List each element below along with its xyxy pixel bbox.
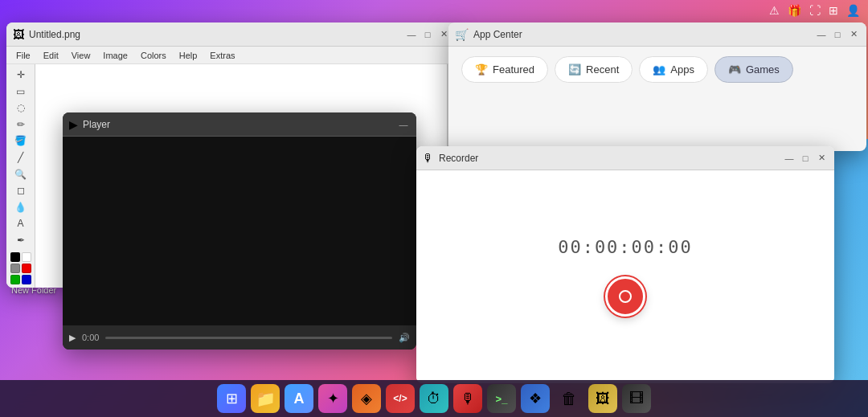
- recorder-titlebar: 🎙 Recorder — □ ✕: [416, 146, 834, 170]
- appcenter-window: 🛒 App Center — □ ✕ 🏆 Featured 🔄 Recent 👥…: [448, 22, 866, 151]
- tool-line[interactable]: ╱: [10, 150, 32, 166]
- record-button-inner: [619, 290, 632, 303]
- player-volume-icon[interactable]: 🔊: [399, 333, 410, 343]
- taskbar-icon-film[interactable]: 🎞: [622, 384, 651, 413]
- recorder-maximize-button[interactable]: □: [799, 152, 812, 165]
- tool-rect[interactable]: ▭: [10, 84, 32, 100]
- paint-menu-edit[interactable]: Edit: [37, 49, 65, 62]
- tool-zoom[interactable]: 🔍: [10, 166, 32, 182]
- featured-icon: 🏆: [475, 63, 488, 76]
- recorder-close-button[interactable]: ✕: [815, 152, 828, 165]
- swatch-gray[interactable]: [10, 264, 20, 273]
- color-palette: [10, 252, 31, 284]
- paint-maximize-button[interactable]: □: [421, 28, 434, 41]
- appcenter-window-title: App Center: [473, 29, 810, 40]
- player-window: ▶ Player — ▶ 0:00 🔊: [63, 112, 416, 350]
- apps-icon: 👥: [653, 63, 665, 76]
- player-window-icon: ▶: [69, 118, 78, 131]
- paint-minimize-button[interactable]: —: [405, 28, 418, 41]
- tab-featured-label: Featured: [493, 63, 534, 76]
- appcenter-window-icon: 🛒: [455, 28, 469, 41]
- tool-ellipse[interactable]: ◌: [10, 100, 32, 116]
- paint-window-icon: 🖼: [13, 28, 24, 41]
- taskbar-icon-microphone[interactable]: 🎙: [453, 384, 482, 413]
- games-icon: 🎮: [728, 63, 741, 76]
- warning-tray-icon[interactable]: ⚠: [769, 4, 780, 17]
- tab-recent-label: Recent: [586, 63, 619, 76]
- tab-apps[interactable]: 👥 Apps: [639, 56, 708, 83]
- record-button[interactable]: [605, 276, 645, 317]
- appcenter-window-controls: — □ ✕: [815, 28, 860, 41]
- tab-games-label: Games: [746, 63, 780, 76]
- taskbar-icon-code[interactable]: </>: [386, 384, 415, 413]
- tool-brush[interactable]: ✒: [10, 232, 32, 247]
- tab-games[interactable]: 🎮 Games: [714, 56, 793, 83]
- gift-tray-icon[interactable]: 🎁: [788, 4, 801, 17]
- recorder-window: 🎙 Recorder — □ ✕ 00:00:00:00: [416, 146, 834, 383]
- player-progress-bar[interactable]: [105, 337, 392, 339]
- player-play-button[interactable]: ▶: [69, 333, 76, 343]
- user-tray-icon[interactable]: 👤: [846, 4, 860, 17]
- tab-apps-label: Apps: [670, 63, 694, 76]
- tool-text[interactable]: A: [10, 216, 32, 231]
- appcenter-titlebar: 🛒 App Center — □ ✕: [448, 22, 866, 47]
- player-minimize-button[interactable]: —: [397, 118, 410, 131]
- swatch-black[interactable]: [10, 252, 20, 262]
- recorder-window-icon: 🎙: [423, 152, 434, 165]
- paint-menu-image[interactable]: Image: [96, 49, 134, 62]
- desktop: ⚠ 🎁 ⛶ ⊞ 👤 📁 New Folder 🖼 Untitled.png — …: [0, 0, 868, 417]
- paint-menu-colors[interactable]: Colors: [134, 49, 173, 62]
- recorder-minimize-button[interactable]: —: [783, 152, 796, 165]
- appcenter-maximize-button[interactable]: □: [831, 28, 844, 41]
- player-time: 0:00: [82, 333, 99, 342]
- paint-menu-extras[interactable]: Extras: [203, 49, 241, 62]
- taskbar-icon-design[interactable]: ✦: [318, 384, 347, 413]
- system-tray: ⚠ 🎁 ⛶ ⊞ 👤: [0, 0, 868, 21]
- apps-tray-icon[interactable]: ⊞: [829, 4, 838, 17]
- tool-select[interactable]: ✛: [10, 67, 32, 83]
- taskbar-icon-gallery[interactable]: 🖼: [588, 384, 617, 413]
- recorder-body: 00:00:00:00: [416, 170, 834, 383]
- paint-menu-bar: File Edit View Image Colors Help Extras: [6, 47, 457, 64]
- paint-menu-file[interactable]: File: [10, 49, 37, 62]
- taskbar-icon-folder[interactable]: 📁: [251, 384, 280, 413]
- recorder-window-controls: — □ ✕: [783, 152, 828, 165]
- taskbar-icon-timeshift[interactable]: ⏱: [420, 384, 448, 413]
- tool-pencil[interactable]: ✏: [10, 117, 32, 133]
- swatch-blue[interactable]: [22, 275, 31, 284]
- recent-icon: 🔄: [568, 63, 581, 76]
- taskbar: ⊞ 📁 A ✦ ◈ </> ⏱ 🎙 >_ ❖ 🗑 🖼 🎞: [0, 380, 868, 417]
- appcenter-close-button[interactable]: ✕: [847, 28, 860, 41]
- paint-window-controls: — □ ✕: [405, 28, 450, 41]
- swatch-green[interactable]: [10, 275, 20, 284]
- swatch-red[interactable]: [22, 264, 31, 273]
- tool-fill[interactable]: 🪣: [10, 133, 32, 149]
- tab-recent[interactable]: 🔄 Recent: [555, 56, 633, 83]
- player-screen: [63, 137, 416, 325]
- player-window-title: Player: [83, 119, 392, 130]
- player-window-controls: —: [397, 118, 410, 131]
- taskbar-icon-blue-app[interactable]: ❖: [521, 384, 550, 413]
- recorder-window-title: Recorder: [439, 153, 778, 164]
- player-titlebar: ▶ Player —: [63, 112, 416, 137]
- paint-titlebar: 🖼 Untitled.png — □ ✕: [6, 22, 457, 47]
- tab-featured[interactable]: 🏆 Featured: [461, 56, 548, 83]
- swatch-white[interactable]: [22, 252, 31, 262]
- paint-window-title: Untitled.png: [29, 29, 400, 40]
- paint-menu-help[interactable]: Help: [173, 49, 204, 62]
- recorder-time: 00:00:00:00: [558, 237, 693, 257]
- taskbar-icon-trash[interactable]: 🗑: [555, 384, 583, 413]
- tool-eraser[interactable]: ◻: [10, 183, 32, 198]
- taskbar-icon-grid-menu[interactable]: ⊞: [217, 384, 246, 413]
- paint-toolbar: ✛ ▭ ◌ ✏ 🪣 ╱ 🔍 ◻ 💧 A ✒: [6, 64, 35, 288]
- paint-menu-view[interactable]: View: [65, 49, 97, 62]
- taskbar-icon-vector[interactable]: ◈: [352, 384, 381, 413]
- taskbar-icon-terminal[interactable]: >_: [487, 384, 516, 413]
- appcenter-minimize-button[interactable]: —: [815, 28, 828, 41]
- taskbar-icon-font-manager[interactable]: A: [285, 384, 313, 413]
- appcenter-tabs: 🏆 Featured 🔄 Recent 👥 Apps 🎮 Games: [448, 47, 866, 92]
- tool-dropper[interactable]: 💧: [10, 199, 32, 215]
- fullscreen-tray-icon[interactable]: ⛶: [809, 4, 821, 17]
- player-controls: ▶ 0:00 🔊: [63, 325, 416, 350]
